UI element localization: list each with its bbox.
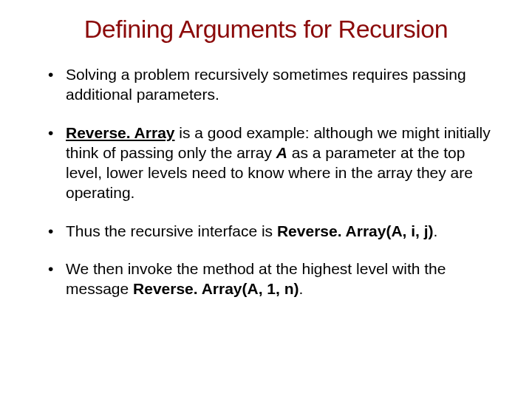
- bullet-text: .: [434, 222, 438, 239]
- bullet-item: Reverse. Array is a good example: althou…: [48, 123, 499, 203]
- bullet-item: We then invoke the method at the highest…: [48, 259, 499, 299]
- bullet-text: Solving a problem recursively sometimes …: [66, 66, 466, 103]
- bullet-var: A: [276, 144, 287, 161]
- bullet-item: Solving a problem recursively sometimes …: [48, 64, 499, 105]
- bullet-list: Solving a problem recursively sometimes …: [33, 64, 499, 299]
- bullet-call: Reverse. Array(A, 1, n): [133, 280, 299, 297]
- bullet-item: Thus the recursive interface is Reverse.…: [48, 221, 499, 241]
- bullet-call: Reverse. Array(A, i, j): [277, 222, 434, 239]
- bullet-text: Thus the recursive interface is: [66, 222, 277, 239]
- slide-title: Defining Arguments for Recursion: [33, 15, 499, 44]
- bullet-text: .: [299, 280, 304, 297]
- bullet-term: Reverse. Array: [66, 124, 175, 141]
